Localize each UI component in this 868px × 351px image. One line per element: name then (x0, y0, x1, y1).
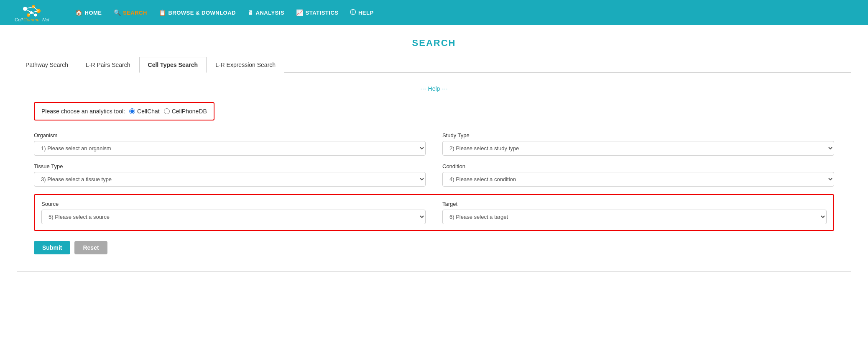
form-mid-grid: Tissue Type 3) Please select a tissue ty… (34, 163, 834, 194)
nav-links: 🏠HOME 🔍SEARCH 📋BROWSE & DOWNLOAD 🖥ANALYS… (75, 9, 374, 16)
source-group: Source 5) Please select a source (41, 201, 426, 224)
page-title: SEARCH (17, 38, 851, 49)
search-panel: --- Help --- Please choose an analytics … (17, 73, 851, 272)
source-label: Source (41, 201, 426, 207)
form-top-grid: Organism 1) Please select an organism St… (34, 132, 834, 163)
condition-group: Condition 4) Please select a condition (442, 163, 834, 187)
logo[interactable]: Cell Commu Net (13, 3, 59, 23)
cellchat-radio[interactable] (129, 108, 135, 114)
tissue-type-select[interactable]: 3) Please select a tissue type (34, 172, 426, 187)
source-target-box: Source 5) Please select a source Target … (34, 194, 834, 231)
cellchat-label: CellChat (137, 108, 160, 115)
svg-text:Net: Net (42, 17, 50, 22)
nav-help[interactable]: ⓘHELP (350, 9, 373, 16)
target-group: Target 6) Please select a target (442, 201, 827, 224)
study-type-label: Study Type (442, 132, 834, 138)
page-container: SEARCH Pathway Search L-R Pairs Search C… (0, 25, 868, 284)
tissue-type-group: Tissue Type 3) Please select a tissue ty… (34, 163, 426, 187)
tab-cell-types[interactable]: Cell Types Search (139, 57, 207, 73)
analytics-tool-box: Please choose an analytics tool: CellCha… (34, 102, 214, 120)
button-row: Submit Reset (34, 241, 834, 254)
nav-search[interactable]: 🔍SEARCH (114, 9, 147, 16)
svg-text:Cell: Cell (15, 17, 23, 22)
nav-browse[interactable]: 📋BROWSE & DOWNLOAD (159, 9, 236, 16)
condition-label: Condition (442, 163, 834, 169)
target-label: Target (442, 201, 827, 207)
svg-text:Commu: Commu (23, 17, 40, 22)
cellphonedb-radio-label[interactable]: CellPhoneDB (164, 108, 207, 115)
tab-lr-pairs[interactable]: L-R Pairs Search (77, 57, 139, 73)
svg-line-8 (25, 9, 31, 13)
source-target-inner: Source 5) Please select a source Target … (41, 201, 827, 224)
cellphonedb-radio[interactable] (164, 108, 170, 114)
nav-statistics[interactable]: 📈STATISTICS (296, 9, 338, 16)
search-icon: 🔍 (114, 9, 121, 16)
nav-analysis[interactable]: 🖥ANALYSIS (248, 9, 284, 16)
organism-group: Organism 1) Please select an organism (34, 132, 426, 156)
browse-icon: 📋 (159, 9, 166, 16)
statistics-icon: 📈 (296, 9, 304, 16)
cellphonedb-label: CellPhoneDB (172, 108, 207, 115)
study-type-group: Study Type 2) Please select a study type (442, 132, 834, 156)
organism-select[interactable]: 1) Please select an organism (34, 141, 426, 156)
tab-lr-expression[interactable]: L-R Expression Search (207, 57, 284, 73)
target-select[interactable]: 6) Please select a target (442, 210, 827, 224)
analytics-label: Please choose an analytics tool: (41, 108, 125, 115)
analysis-icon: 🖥 (248, 9, 254, 16)
help-link[interactable]: --- Help --- (34, 85, 834, 92)
tab-pathway[interactable]: Pathway Search (17, 57, 77, 73)
reset-button[interactable]: Reset (74, 241, 107, 254)
submit-button[interactable]: Submit (34, 241, 70, 254)
svg-line-7 (33, 7, 38, 11)
study-type-select[interactable]: 2) Please select a study type (442, 141, 834, 156)
navbar: Cell Commu Net 🏠HOME 🔍SEARCH 📋BROWSE & D… (0, 0, 868, 25)
organism-label: Organism (34, 132, 426, 138)
cellchat-radio-label[interactable]: CellChat (129, 108, 160, 115)
condition-select[interactable]: 4) Please select a condition (442, 172, 834, 187)
tabs: Pathway Search L-R Pairs Search Cell Typ… (17, 57, 851, 73)
home-icon: 🏠 (75, 9, 83, 16)
tissue-type-label: Tissue Type (34, 163, 426, 169)
source-select[interactable]: 5) Please select a source (41, 210, 426, 224)
help-icon: ⓘ (350, 9, 356, 16)
nav-home[interactable]: 🏠HOME (75, 9, 102, 16)
